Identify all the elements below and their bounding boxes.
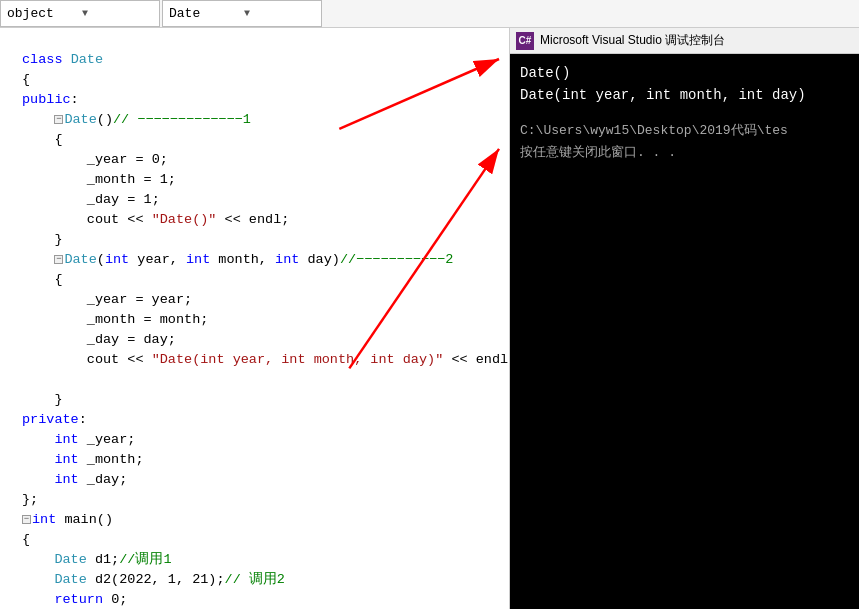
kw-int4: int	[54, 432, 78, 447]
kw-int6: int	[54, 472, 78, 487]
object-selector-label: object	[7, 6, 78, 21]
console-path: C:\Users\wyw15\Desktop\2019代码\tes	[520, 120, 849, 142]
date-d1: Date	[54, 552, 86, 567]
class-name-date: Date	[71, 52, 103, 67]
console-line1: Date()	[520, 62, 849, 84]
comment-d1: //调用1	[119, 552, 171, 567]
collapse-date2[interactable]: −	[54, 255, 63, 264]
code-editor: class Date { public: −Date()// −−−−−−−−−…	[0, 28, 510, 609]
kw-int5: int	[54, 452, 78, 467]
date-d2: Date	[54, 572, 86, 587]
object-selector[interactable]: object ▼	[0, 0, 160, 27]
main-content: class Date { public: −Date()// −−−−−−−−−…	[0, 28, 859, 609]
num-ret: 0	[111, 592, 119, 607]
collapse-main[interactable]: −	[22, 515, 31, 524]
keyword-class: class	[22, 52, 63, 67]
kw-int3: int	[275, 252, 299, 267]
object-selector-arrow: ▼	[82, 8, 153, 19]
console-content: Date() Date(int year, int month, int day…	[510, 54, 859, 609]
comment2: //−−−−−−−−−−−2	[340, 252, 453, 267]
vs-icon-label: C#	[519, 35, 532, 46]
collapse-date1[interactable]: −	[54, 115, 63, 124]
keyword-private: private	[22, 412, 79, 427]
str1: "Date()"	[152, 212, 217, 227]
console-panel: C# Microsoft Visual Studio 调试控制台 Date() …	[510, 28, 859, 609]
num2: 1	[144, 192, 152, 207]
console-line2: Date(int year, int month, int day)	[520, 84, 849, 106]
fn-date2: Date	[64, 252, 96, 267]
vs-icon: C#	[516, 32, 534, 50]
code-content: class Date { public: −Date()// −−−−−−−−−…	[0, 28, 509, 609]
kw-int2: int	[186, 252, 210, 267]
member-selector-arrow: ▼	[244, 8, 315, 19]
member-selector[interactable]: Date ▼	[162, 0, 322, 27]
console-note: 按任意键关闭此窗口. . .	[520, 142, 849, 164]
comment1: // −−−−−−−−−−−−−1	[113, 112, 251, 127]
keyword-public: public	[22, 92, 71, 107]
console-title-text: Microsoft Visual Studio 调试控制台	[540, 32, 725, 49]
comment-d2: // 调用2	[225, 572, 285, 587]
console-title-bar: C# Microsoft Visual Studio 调试控制台	[510, 28, 859, 54]
kw-return: return	[54, 592, 103, 607]
kw-int1: int	[105, 252, 129, 267]
fn-date1: Date	[64, 112, 96, 127]
top-bar: object ▼ Date ▼	[0, 0, 859, 28]
member-selector-label: Date	[169, 6, 240, 21]
kw-int-main: int	[32, 512, 56, 527]
num1: 1	[160, 172, 168, 187]
num0: 0	[152, 152, 160, 167]
str2: "Date(int year, int month, int day)"	[152, 352, 444, 367]
